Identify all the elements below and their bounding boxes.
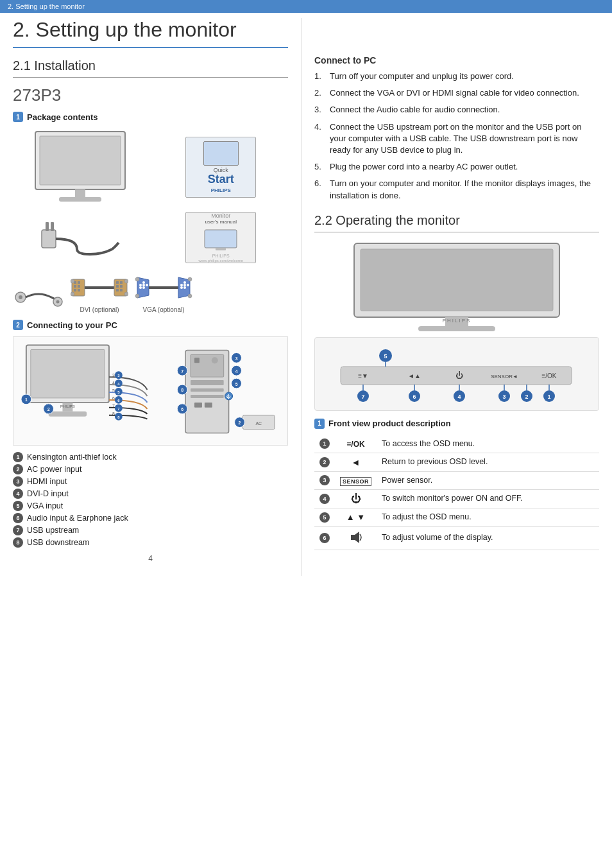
svg-text:4: 4: [457, 394, 461, 400]
step-3: 3. Connect the Audio cable for audio con…: [314, 104, 599, 116]
svg-point-10: [19, 295, 22, 299]
main-title: 2. Setting up the monitor: [13, 18, 288, 48]
connection-diagram-svg: PHILIPS 1 2 3 4 5 6 7 8: [13, 338, 287, 444]
section-21-title: 2.1 Installation: [13, 58, 288, 78]
front-view-header: 1 Front view product description: [314, 419, 599, 429]
svg-point-37: [146, 284, 148, 286]
svg-text:6: 6: [181, 407, 183, 412]
section-22-title: 2.2 Operating the monitor: [314, 213, 599, 232]
svg-rect-2: [75, 189, 85, 197]
svg-text:3: 3: [235, 356, 238, 360]
connecting-label: Connecting to your PC: [27, 320, 117, 330]
svg-text:≡▼: ≡▼: [358, 372, 368, 379]
svg-point-47: [188, 277, 192, 281]
pkg-manual: Monitor user's manual PHILIPS www.philip…: [154, 212, 289, 263]
pkg-quickstart: Quick Start PHILIPS: [154, 128, 289, 205]
fvt-desc-3: Power sensor.: [377, 471, 599, 490]
svg-rect-71: [194, 402, 202, 407]
fvt-desc-4: To switch monitor's power ON and OFF.: [377, 490, 599, 508]
svg-point-44: [183, 286, 186, 289]
svg-text:2: 2: [47, 407, 50, 412]
pkg-monitor: [13, 128, 148, 205]
component-list: 1 Kensington anti-thief lock 2 AC power …: [13, 452, 288, 548]
button-diagram: 5 ≡▼ ◄▲ ⏻ SENSOR◄ ≡/OK 7: [314, 337, 599, 411]
svg-rect-8: [216, 248, 226, 250]
svg-point-42: [183, 281, 186, 284]
svg-text:6: 6: [412, 394, 416, 400]
svg-text:4: 4: [235, 369, 238, 373]
svg-text:PHILIPS: PHILIPS: [443, 318, 472, 324]
svg-text:◄▲: ◄▲: [408, 372, 421, 379]
step-5: 5. Plug the power cord into a nearby AC …: [314, 161, 599, 173]
cables-row: DVI (optional): [13, 270, 288, 313]
svg-point-43: [183, 284, 186, 286]
svg-rect-1: [40, 136, 121, 185]
audio-cable-item: [13, 281, 64, 313]
vga-cable-item: VGA (optional): [135, 270, 192, 313]
svg-text:SENSOR◄: SENSOR◄: [491, 374, 518, 379]
svg-point-20: [71, 279, 74, 283]
svg-text:7: 7: [361, 394, 364, 400]
component-item-8: 8 USB downstream: [13, 537, 288, 548]
pkg-power-cable: [13, 212, 148, 263]
left-column: 2. Setting up the monitor 2.1 Installati…: [0, 18, 302, 576]
svg-point-48: [188, 294, 192, 298]
fvt-desc-6: To adjust volume of the display.: [377, 526, 599, 550]
volume-icon: [349, 530, 363, 544]
step-6: 6. Turn on your computer and monitor. If…: [314, 178, 599, 201]
package-grid: Quick Start PHILIPS: [13, 128, 288, 263]
breadcrumb: 2. Setting up the monitor: [0, 0, 612, 13]
manual-monitor-svg: [201, 229, 240, 251]
svg-rect-5: [46, 222, 49, 231]
component-item-6: 6 Audio input & Earphone jack: [13, 513, 288, 523]
svg-rect-135: [351, 535, 355, 540]
svg-text:7: 7: [181, 369, 183, 373]
svg-rect-4: [42, 230, 56, 248]
section-num-1: 1: [13, 112, 23, 122]
component-item-2: 2 AC power input: [13, 464, 288, 474]
audio-cable-svg: [13, 281, 64, 313]
svg-rect-28: [120, 289, 123, 291]
svg-text:1: 1: [547, 394, 550, 400]
svg-text:≡/OK: ≡/OK: [541, 372, 556, 379]
svg-point-36: [139, 286, 142, 289]
fvt-row-2: 2 ◄ Return to previous OSD level.: [314, 453, 599, 472]
svg-rect-106: [418, 326, 495, 331]
quickstart-book: Quick Start PHILIPS: [185, 137, 256, 198]
svg-point-34: [142, 284, 145, 286]
component-item-4: 4 DVI-D input: [13, 489, 288, 499]
dvi-label: DVI (optional): [80, 306, 119, 313]
svg-point-21: [71, 292, 74, 296]
component-item-5: 5 VGA input: [13, 501, 288, 511]
svg-text:3: 3: [502, 394, 506, 400]
svg-point-67: [212, 357, 218, 363]
monitor-svg: [26, 128, 135, 205]
svg-rect-25: [116, 285, 119, 288]
svg-rect-72: [205, 402, 212, 407]
svg-text:5: 5: [235, 381, 238, 386]
svg-rect-69: [191, 388, 224, 392]
connection-diagram: PHILIPS 1 2 3 4 5 6 7 8: [13, 336, 288, 446]
book-monitor-img: [203, 141, 239, 166]
svg-point-41: [180, 284, 183, 286]
fvt-row-4: 4 ⏻ To switch monitor's power ON and OFF…: [314, 490, 599, 508]
section-num-2: 2: [13, 320, 23, 330]
svg-rect-16: [74, 285, 76, 288]
svg-marker-136: [355, 532, 359, 543]
package-contents-label: Package contents: [27, 112, 98, 122]
svg-text:8: 8: [181, 388, 183, 392]
svg-rect-52: [49, 411, 87, 416]
manual-book: Monitor user's manual PHILIPS www.philip…: [185, 212, 256, 263]
svg-text:2: 2: [525, 394, 528, 400]
vga-label: VGA (optional): [142, 306, 184, 313]
monitor-display-container: PHILIPS: [314, 240, 599, 333]
component-item-3: 3 HDMI input: [13, 476, 288, 487]
svg-text:⏻: ⏻: [226, 394, 231, 398]
svg-point-35: [142, 286, 145, 289]
step-4: 4. Connect the USB upstream port on the …: [314, 121, 599, 157]
fvt-row-6: 6 To adjust volume of the display.: [314, 526, 599, 550]
component-item-1: 1 Kensington anti-thief lock: [13, 452, 288, 462]
fvt-desc-2: Return to previous OSD level.: [377, 453, 599, 472]
svg-text:5: 5: [384, 353, 387, 360]
dvi-cable-item: DVI (optional): [71, 270, 128, 313]
